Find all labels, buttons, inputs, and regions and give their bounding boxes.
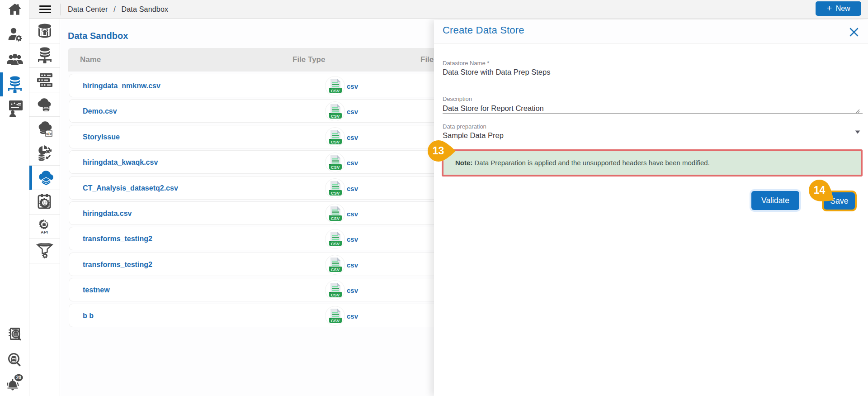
svg-text:CSV: CSV	[331, 318, 340, 323]
svg-text:20: 20	[16, 375, 21, 380]
svg-text:API: API	[41, 229, 48, 234]
svg-text:CSV: CSV	[331, 88, 340, 93]
svg-text:CSV: CSV	[331, 216, 340, 221]
svg-text:</>: </>	[46, 131, 52, 136]
svg-text:CSV: CSV	[331, 292, 340, 297]
svg-text:CSV: CSV	[331, 190, 340, 195]
svg-text:CSV: CSV	[331, 114, 340, 119]
svg-text:CSV: CSV	[331, 267, 340, 272]
svg-text:CSV: CSV	[331, 165, 340, 170]
svg-text:CSV: CSV	[331, 241, 340, 246]
svg-text:CSV: CSV	[331, 139, 340, 144]
